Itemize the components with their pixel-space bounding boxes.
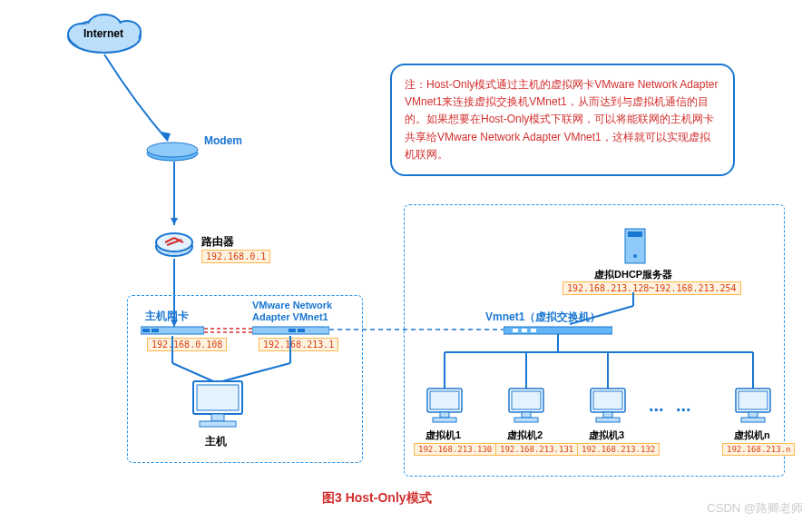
host-label: 主机: [205, 434, 227, 449]
vswitch-label: Vmnet1（虚拟交换机）: [485, 310, 601, 325]
svg-rect-28: [211, 414, 224, 421]
dhcp-server-icon: [621, 227, 649, 265]
vmware-adapter-label: VMware NetworkAdapter VMnet1: [252, 300, 332, 323]
vmn-ip: 192.168.213.n: [722, 443, 795, 456]
svg-rect-60: [748, 412, 758, 418]
watermark: CSDN @路卿老师: [707, 500, 803, 517]
vm2-ip: 192.168.213.131: [495, 443, 578, 456]
svg-rect-51: [512, 391, 541, 409]
vm3-ip: 192.168.213.132: [577, 443, 660, 456]
vm-icon: [730, 386, 776, 427]
line-cloud-modem: [100, 50, 191, 154]
vmware-adapter-icon: [252, 325, 329, 336]
host-nic-icon: [141, 325, 204, 336]
svg-point-33: [633, 254, 637, 258]
svg-rect-57: [596, 418, 620, 422]
svg-rect-49: [433, 418, 456, 422]
svg-marker-9: [171, 218, 178, 225]
figure-caption: 图3 Host-Only模式: [322, 490, 432, 507]
svg-rect-61: [741, 418, 765, 422]
vm-ellipsis: ···: [676, 399, 691, 420]
host-nic-label: 主机网卡: [145, 309, 189, 324]
vm-ellipsis: ···: [649, 399, 664, 420]
note-box: 注：Host-Only模式通过主机的虚拟网卡VMware Network Ada…: [390, 64, 735, 176]
modem-label: Modem: [204, 134, 242, 147]
lines-switch-vms: [417, 334, 780, 393]
router-ip: 192.168.0.1: [201, 250, 270, 263]
svg-rect-32: [628, 231, 642, 237]
svg-rect-29: [200, 421, 236, 427]
vm-icon: [422, 386, 467, 427]
svg-rect-18: [289, 329, 296, 332]
vm1-label: 虚拟机1: [426, 428, 461, 442]
red-dashed-link: [204, 327, 254, 334]
vm-icon: [504, 386, 549, 427]
vmn-label: 虚拟机n: [734, 428, 770, 442]
svg-rect-16: [152, 329, 159, 332]
svg-point-7: [147, 143, 198, 157]
svg-rect-15: [142, 329, 150, 332]
svg-rect-36: [504, 327, 612, 334]
svg-rect-56: [603, 412, 612, 418]
svg-rect-14: [141, 327, 204, 334]
line-modem-router: [170, 162, 179, 230]
router-label: 路由器: [201, 234, 234, 250]
router-icon: [154, 227, 195, 259]
vm3-label: 虚拟机3: [589, 428, 624, 442]
modem-icon: [145, 141, 200, 163]
svg-rect-47: [430, 391, 459, 409]
vm2-label: 虚拟机2: [507, 428, 543, 442]
internet-label: Internet: [83, 27, 123, 40]
dhcp-label: 虚拟DHCP服务器: [594, 268, 672, 281]
host-computer-icon: [186, 377, 249, 431]
svg-rect-48: [440, 412, 449, 418]
svg-rect-27: [197, 385, 239, 410]
note-text: 注：Host-Only模式通过主机的虚拟网卡VMware Network Ada…: [405, 78, 718, 161]
svg-rect-37: [513, 329, 518, 332]
svg-rect-55: [593, 391, 622, 409]
vm1-ip: 192.168.213.130: [414, 443, 496, 456]
svg-rect-52: [522, 412, 531, 418]
vm-icon: [585, 386, 631, 427]
svg-rect-59: [739, 391, 768, 409]
svg-rect-53: [514, 418, 538, 422]
svg-rect-38: [522, 329, 527, 332]
svg-rect-39: [531, 329, 536, 332]
svg-rect-19: [298, 329, 305, 332]
